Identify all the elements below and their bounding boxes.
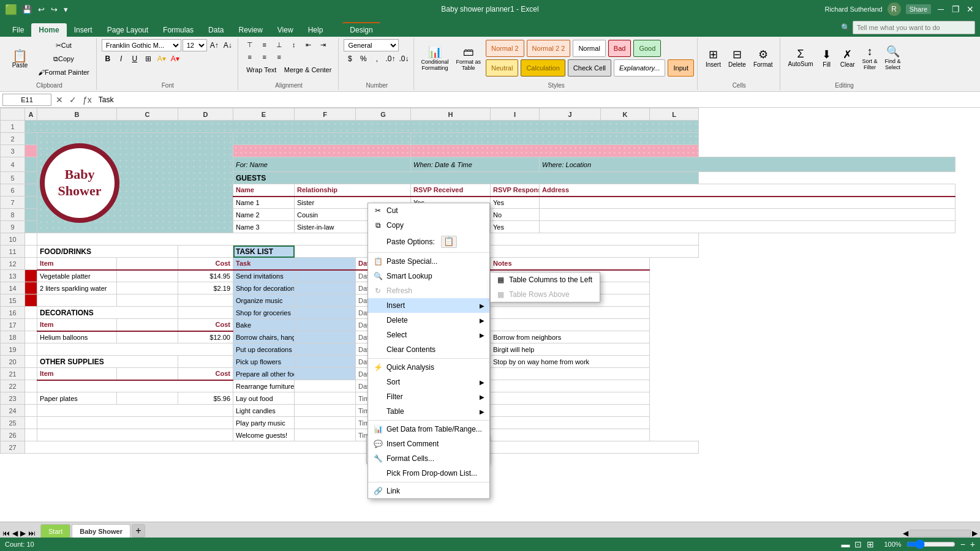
paste-button[interactable]: 📋 Paste [6, 40, 34, 77]
tab-file[interactable]: File [5, 23, 31, 37]
ctx-pick-dropdown[interactable]: Pick From Drop-down List... [368, 466, 489, 481]
conditional-formatting-button[interactable]: 📊 ConditionalFormatting [418, 42, 451, 75]
copy-button[interactable]: ⧉ Copy [35, 53, 92, 65]
task-13[interactable]: Play party music [233, 417, 295, 429]
col-header-c[interactable]: C [117, 108, 178, 121]
tab-review[interactable]: Review [231, 23, 270, 37]
fill-button[interactable]: ⬇ Fill [818, 39, 836, 76]
task-notes-11[interactable] [491, 392, 650, 405]
ctx-insert-comment[interactable]: 💬 Insert Comment [368, 437, 489, 451]
formula-input[interactable] [96, 94, 978, 106]
food-cost-2[interactable]: $2.19 [178, 282, 233, 294]
add-sheet-button[interactable]: + [132, 524, 145, 538]
check-cell-style[interactable]: Check Cell [568, 59, 611, 77]
sheet-tab-start[interactable]: Start [40, 524, 70, 538]
sheet-nav-last[interactable]: ⏭ [28, 529, 36, 538]
good-style[interactable]: Good [633, 40, 661, 57]
fill-color-button[interactable]: A▾ [156, 53, 168, 65]
number-format-select[interactable]: General [344, 39, 399, 51]
paste-option-btn[interactable]: 📋 [441, 236, 457, 248]
guest3-address[interactable] [540, 221, 956, 233]
tab-design[interactable]: Design [342, 22, 380, 37]
border-button[interactable]: ⊞ [142, 53, 154, 65]
confirm-formula-icon[interactable]: ✓ [67, 95, 78, 105]
tab-help[interactable]: Help [301, 23, 331, 37]
text-direction-button[interactable]: ↕ [287, 39, 301, 50]
normal22-style[interactable]: Normal 2 2 [527, 40, 571, 57]
tab-insert[interactable]: Insert [67, 23, 100, 37]
task-9[interactable]: Prepare all other food [233, 368, 295, 380]
decrease-font-button[interactable]: A↓ [222, 39, 234, 51]
decor-item-1[interactable]: Helium balloons [37, 331, 117, 343]
page-break-button[interactable]: ⊞ [867, 539, 874, 549]
bad-style[interactable]: Bad [608, 40, 631, 57]
task-4[interactable]: Shop for groceries [233, 307, 295, 319]
insert-cells-button[interactable]: ⊞ Insert [703, 39, 724, 76]
name-box[interactable] [2, 94, 51, 106]
format-as-table-button[interactable]: 🗃 Format asTable [453, 42, 484, 75]
guest1-name[interactable]: Name 1 [233, 197, 295, 209]
task-3[interactable]: Organize music [233, 294, 295, 307]
ctx-get-data[interactable]: 📊 Get Data from Table/Range... [368, 422, 489, 437]
zoom-slider[interactable] [907, 541, 956, 548]
ctx-link[interactable]: 🔗 Link [368, 484, 489, 498]
task-notes-13[interactable] [491, 417, 650, 429]
task-notes-8[interactable]: Stop by on way home from work [491, 356, 650, 368]
format-painter-button[interactable]: 🖌 Format Painter [35, 66, 92, 78]
task-5[interactable]: Bake [233, 319, 295, 331]
task-notes-14[interactable] [491, 429, 650, 441]
accounting-button[interactable]: $ [344, 53, 356, 65]
ctx-quick-analysis[interactable]: ⚡ Quick Analysis [368, 360, 489, 375]
format-cells-button[interactable]: ⚙ Format [750, 39, 776, 76]
col-header-l[interactable]: L [650, 108, 699, 121]
h-scroll-left[interactable]: ◀ [903, 529, 908, 538]
align-center-button[interactable]: ≡ [258, 51, 271, 62]
indent-decrease-button[interactable]: ⇤ [302, 39, 315, 50]
save-icon[interactable]: 💾 [21, 5, 33, 14]
input-style[interactable]: Input [668, 59, 693, 77]
guest3-name[interactable]: Name 3 [233, 221, 295, 233]
task-12[interactable]: Light candles [233, 405, 295, 417]
bold-button[interactable]: B [102, 53, 114, 65]
tab-page-layout[interactable]: Page Layout [100, 23, 156, 37]
underline-button[interactable]: U [129, 53, 141, 65]
cancel-formula-icon[interactable]: ✕ [54, 95, 65, 105]
explanatory-style[interactable]: Explanatory... [614, 59, 665, 77]
food-item-2[interactable]: 2 liters sparkling water [37, 282, 117, 294]
ctx-smart-lookup[interactable]: 🔍 Smart Lookup [368, 269, 489, 283]
ctx-refresh[interactable]: ↻ Refresh [368, 283, 489, 298]
col-header-h[interactable]: H [411, 108, 491, 121]
col-header-j[interactable]: J [540, 108, 601, 121]
ctx-format-cells[interactable]: 🔧 Format Cells... [368, 451, 489, 466]
guest1-address[interactable] [540, 197, 956, 209]
ctx-clear-contents[interactable]: Clear Contents [368, 342, 489, 357]
calculation-style[interactable]: Calculation [521, 59, 565, 77]
task-14[interactable]: Welcome guests! [233, 429, 295, 441]
task-11[interactable]: Lay out food [233, 392, 295, 405]
tab-formulas[interactable]: Formulas [156, 23, 201, 37]
col-header-k[interactable]: K [601, 108, 650, 121]
ctx-insert[interactable]: Insert [368, 298, 489, 313]
sub-table-cols-left[interactable]: ▦ Table Columns to the Left [491, 272, 600, 287]
task-6[interactable]: Borrow chairs, hangers [233, 331, 295, 343]
task-1[interactable]: Send invitations [233, 270, 295, 282]
align-bottom-button[interactable]: ⊥ [273, 39, 286, 50]
zoom-in-button[interactable]: + [970, 539, 975, 549]
redo-icon[interactable]: ↪ [50, 5, 59, 14]
clear-button[interactable]: ✗ Clear [837, 39, 858, 76]
h-scroll-right[interactable]: ▶ [972, 529, 978, 538]
customize-icon[interactable]: ▾ [62, 5, 69, 14]
restore-button[interactable]: ❐ [951, 4, 960, 14]
tell-me-input[interactable] [853, 21, 975, 34]
neutral-style[interactable]: Neutral [486, 59, 518, 77]
col-header-e[interactable]: E [233, 108, 295, 121]
tab-data[interactable]: Data [201, 23, 231, 37]
task-notes-10[interactable] [491, 380, 650, 392]
share-icon[interactable]: Share [906, 4, 931, 14]
align-top-button[interactable]: ⊤ [243, 39, 257, 50]
task-notes-4[interactable] [491, 307, 650, 319]
indent-increase-button[interactable]: ⇥ [317, 39, 330, 50]
increase-font-button[interactable]: A↑ [208, 39, 221, 51]
guest2-rsvp-resp[interactable]: No [491, 209, 540, 221]
supplies-cost-1[interactable]: $5.96 [178, 392, 233, 405]
